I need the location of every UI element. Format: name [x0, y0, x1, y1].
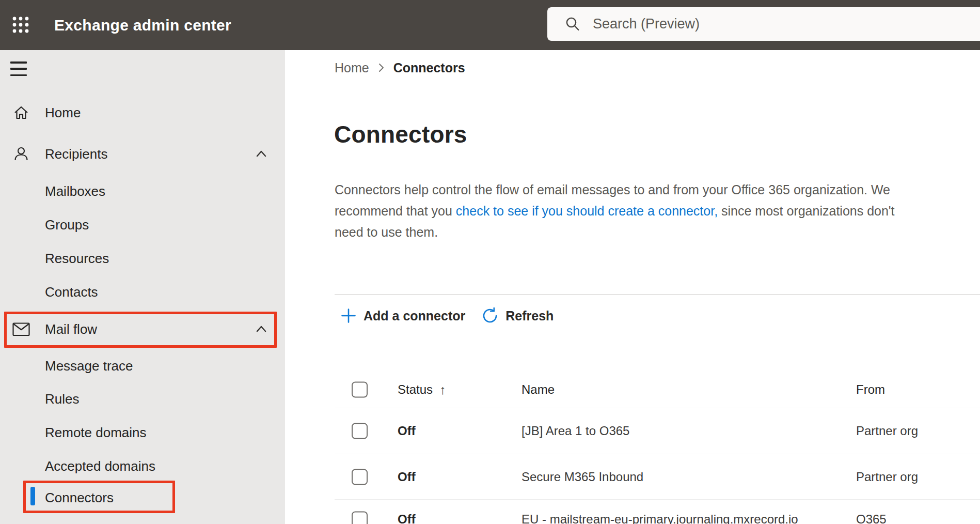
- column-header-status-label: Status: [398, 382, 433, 397]
- search-input[interactable]: [593, 16, 923, 32]
- hamburger-icon: [10, 61, 27, 64]
- table-row[interactable]: Off Secure M365 Inbound Partner org: [285, 454, 980, 499]
- refresh-label: Refresh: [505, 309, 554, 323]
- person-icon: [12, 145, 30, 163]
- table-row[interactable]: Off EU - mailstream-eu-primary.journalin…: [285, 500, 980, 524]
- from-cell: O365: [856, 512, 887, 524]
- toolbar: Add a connector Refresh: [335, 301, 554, 330]
- select-all-checkbox[interactable]: [352, 381, 368, 397]
- row-checkbox[interactable]: [352, 512, 368, 524]
- sidebar-item-contacts[interactable]: Contacts: [0, 280, 285, 304]
- chevron-up-icon[interactable]: [255, 322, 268, 336]
- from-cell: Partner org: [856, 424, 918, 438]
- sidebar-item-mail-flow[interactable]: Mail flow: [0, 313, 285, 346]
- status-cell: Off: [398, 424, 416, 438]
- status-cell: Off: [398, 470, 416, 484]
- topbar: Exchange admin center: [0, 0, 980, 50]
- sidebar-item-label: Home: [45, 105, 81, 121]
- chevron-right-icon: [377, 62, 385, 73]
- from-cell: Partner org: [856, 470, 918, 484]
- sidebar-item-home[interactable]: Home: [0, 96, 285, 129]
- sidebar-item-message-trace[interactable]: Message trace: [0, 353, 285, 378]
- home-icon: [12, 104, 30, 121]
- breadcrumb-current: Connectors: [393, 60, 465, 75]
- breadcrumb: Home Connectors: [335, 58, 465, 77]
- sidebar-item-label: Connectors: [45, 490, 114, 506]
- main-content: Home Connectors Connectors Connectors he…: [285, 50, 980, 524]
- sidebar-nav: Home Recipients Mailboxes Groups Resourc…: [0, 50, 285, 524]
- sidebar-item-label: Contacts: [45, 284, 98, 300]
- exchange-admin-center-window: Exchange admin center Home: [0, 0, 980, 524]
- refresh-button[interactable]: Refresh: [482, 307, 554, 324]
- sidebar-item-rules[interactable]: Rules: [0, 387, 285, 411]
- connectors-table: Status ↑ Name From Off [JB] Area 1 to O3…: [285, 371, 980, 524]
- sort-ascending-icon: ↑: [439, 382, 446, 397]
- menu-button[interactable]: [10, 61, 30, 76]
- column-header-from[interactable]: From: [856, 382, 885, 397]
- name-cell[interactable]: EU - mailstream-eu-primary.journaling.mx…: [521, 512, 798, 524]
- search-icon: [564, 16, 581, 33]
- chevron-up-icon[interactable]: [255, 147, 268, 161]
- sidebar-item-label: Mailboxes: [45, 183, 105, 199]
- sidebar-item-mailboxes[interactable]: Mailboxes: [0, 179, 285, 204]
- column-header-name[interactable]: Name: [521, 382, 555, 397]
- toolbar-divider: [335, 294, 980, 295]
- status-cell: Off: [398, 512, 416, 524]
- description-line2-before: recommend that you: [335, 204, 456, 218]
- sidebar-item-groups[interactable]: Groups: [0, 212, 285, 237]
- description-line1: Connectors help control the flow of emai…: [335, 182, 890, 197]
- app-launcher-button[interactable]: [6, 10, 35, 39]
- table-row[interactable]: Off [JB] Area 1 to O365 Partner org: [285, 408, 980, 454]
- name-cell[interactable]: [JB] Area 1 to O365: [521, 424, 629, 438]
- row-checkbox[interactable]: [352, 469, 368, 485]
- refresh-icon: [482, 307, 498, 324]
- app-launcher-icon: [11, 16, 30, 34]
- selected-item-indicator: [30, 487, 35, 505]
- sidebar-item-label: Accepted domains: [45, 458, 155, 474]
- description-line3: need to use them.: [335, 225, 438, 239]
- table-header: Status ↑ Name From: [285, 371, 980, 408]
- add-connector-button[interactable]: Add a connector: [341, 308, 465, 323]
- sidebar-item-label: Remote domains: [45, 425, 147, 441]
- sidebar-item-label: Message trace: [45, 358, 133, 374]
- sidebar-item-recipients[interactable]: Recipients: [0, 137, 285, 171]
- sidebar-item-resources[interactable]: Resources: [0, 246, 285, 271]
- description-line2-after: since most organizations don't: [718, 204, 894, 218]
- search-box[interactable]: [547, 7, 980, 41]
- row-checkbox[interactable]: [352, 423, 368, 439]
- name-cell[interactable]: Secure M365 Inbound: [521, 470, 643, 484]
- create-connector-link[interactable]: check to see if you should create a conn…: [456, 204, 718, 218]
- sidebar-item-remote-domains[interactable]: Remote domains: [0, 420, 285, 445]
- sidebar-item-label: Rules: [45, 391, 79, 407]
- page-title: Connectors: [334, 122, 467, 146]
- add-connector-label: Add a connector: [363, 309, 465, 323]
- plus-icon: [341, 308, 356, 323]
- sidebar-item-accepted-domains[interactable]: Accepted domains: [0, 454, 285, 479]
- sidebar-item-label: Groups: [45, 217, 89, 233]
- app-title: Exchange admin center: [54, 0, 231, 50]
- sidebar-item-label: Recipients: [45, 146, 107, 162]
- sidebar-item-label: Mail flow: [45, 321, 97, 337]
- sidebar-item-label: Resources: [45, 251, 109, 267]
- sidebar-item-connectors[interactable]: Connectors: [0, 485, 285, 510]
- breadcrumb-home-link[interactable]: Home: [335, 60, 369, 75]
- column-header-status[interactable]: Status ↑: [398, 382, 446, 397]
- page-description: Connectors help control the flow of emai…: [335, 179, 895, 243]
- mail-icon: [12, 320, 30, 338]
